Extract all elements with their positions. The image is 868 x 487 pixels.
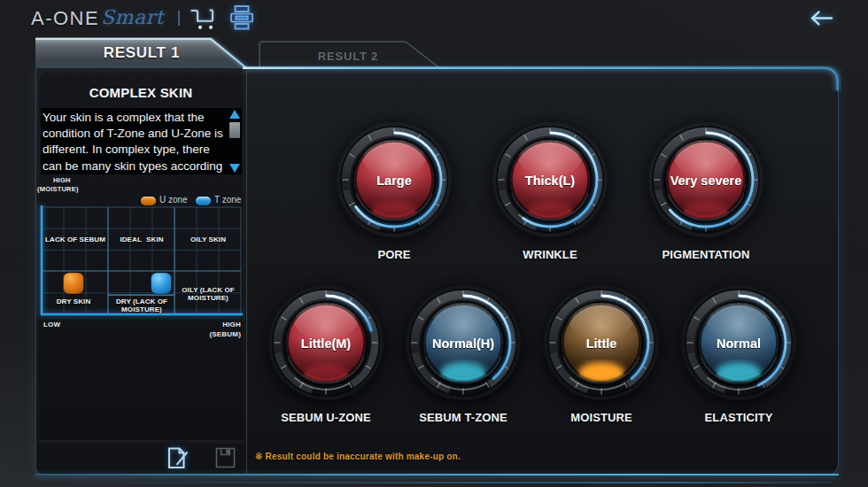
gauge-label-pore: PORE <box>323 248 465 261</box>
app-window: A-ONE Smart <box>0 0 868 487</box>
u-zone-marker <box>64 273 84 294</box>
skin-type-title: COMPLEX SKIN <box>35 85 246 100</box>
gauge-pore[interactable]: Large <box>337 122 452 237</box>
gauge-label-moisture: MOISTURE <box>531 411 672 424</box>
footer-note: ※ Result could be inaccurate with make-u… <box>255 452 461 461</box>
y-axis-label-moisture: (MOISTURE) <box>37 185 79 193</box>
gauge-value: Normal(H) <box>432 336 494 351</box>
region-dry-skin: DRY SKIN <box>40 298 107 306</box>
header-separator <box>178 11 180 26</box>
tab-result1-label: RESULT 1 <box>66 44 217 62</box>
gauge-elasticity[interactable]: Normal <box>681 285 796 400</box>
gauge-sebum-u-zone[interactable]: Little(M) <box>268 285 384 400</box>
y-axis-label-high: HIGH <box>53 176 71 184</box>
gauge-label-wrinkle: WRINKLE <box>479 248 621 261</box>
skin-type-grid <box>35 202 246 336</box>
gauge-label-pigmentation: PIGMENTATION <box>635 248 777 261</box>
region-oily-lack-of-moisture: OILY (LACK OF MOISTURE) <box>176 287 240 302</box>
save-icon[interactable] <box>215 447 236 468</box>
gauge-moisture[interactable]: Little <box>544 285 659 400</box>
gauge-value: Very severe <box>670 174 742 188</box>
description-text: Your skin is a complex that the conditio… <box>43 110 229 174</box>
region-oily-skin: OILY SKIN <box>174 236 242 244</box>
gauge-value: Large <box>376 174 412 188</box>
gauge-sebum-t-zone[interactable]: Normal(H) <box>406 285 521 400</box>
gauge-label-sebum-t-zone: SEBUM T-ZONE <box>392 411 534 424</box>
gauge-value: Thick(L) <box>525 174 576 188</box>
gauge-value: Little <box>586 336 617 351</box>
back-arrow-icon[interactable] <box>805 9 835 27</box>
region-dry-lack-of-moisture: DRY (LACK OF MOISTURE) <box>110 298 174 313</box>
panel-top-border <box>243 66 841 92</box>
gauge-wrinkle[interactable]: Thick(L) <box>492 122 608 237</box>
tab-result2-label: RESULT 2 <box>268 50 428 63</box>
description-scrollbar[interactable] <box>229 109 241 174</box>
scroll-thumb[interactable] <box>229 122 240 138</box>
x-axis-label-high: HIGH <box>177 321 241 329</box>
scroll-up-arrow[interactable] <box>229 110 240 119</box>
left-footer-separator <box>39 442 245 443</box>
printer-icon[interactable] <box>229 4 254 31</box>
t-zone-marker <box>151 273 172 294</box>
footer-reflection <box>53 482 833 483</box>
gauge-label-sebum-u-zone: SEBUM U-ZONE <box>255 411 397 424</box>
gauge-value: Normal <box>717 336 761 351</box>
gauge-pigmentation[interactable]: Very severe <box>648 122 763 237</box>
panel-divider <box>246 69 247 474</box>
region-lack-of-sebum: LACK OF SEBUM <box>42 236 109 244</box>
scroll-down-arrow[interactable] <box>229 164 240 173</box>
cart-icon[interactable] <box>189 5 216 32</box>
gauge-label-elasticity: ELASTICITY <box>668 411 810 424</box>
panel-bottom-border <box>35 474 839 475</box>
brand-name: A-ONE <box>31 7 99 30</box>
brand-sub: Smart <box>101 6 164 28</box>
gauge-value: Little(M) <box>301 336 352 351</box>
edit-icon[interactable] <box>167 446 189 469</box>
x-axis-label-sebum: (SEBUM) <box>177 330 241 338</box>
x-axis-label-low: LOW <box>43 321 60 329</box>
region-ideal-skin: IDEAL SKIN <box>108 236 175 244</box>
